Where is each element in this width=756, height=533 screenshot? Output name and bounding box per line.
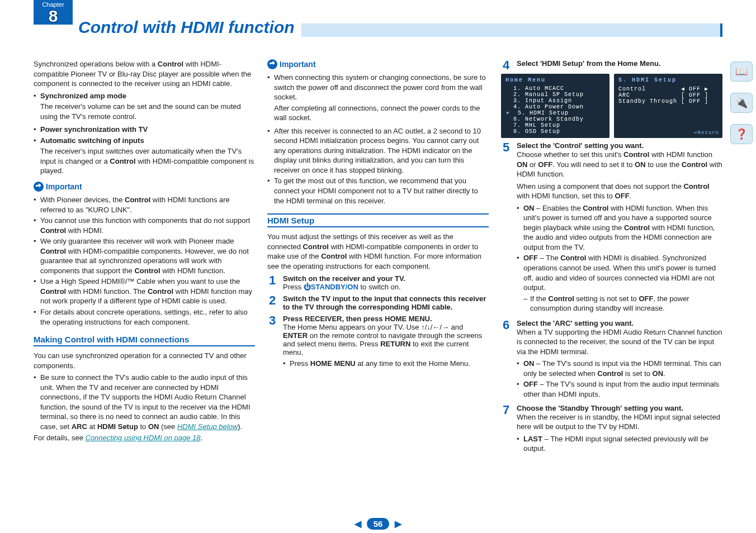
column-1: Synchronized operations below with a Con… <box>34 59 255 456</box>
making-head: Making Control with HDMI connections <box>34 335 255 346</box>
important-flag-2: Important <box>267 59 489 69</box>
hdmi-setup-link[interactable]: HDMI Setup below <box>177 422 238 431</box>
device-icon[interactable]: 🔌 <box>730 93 753 113</box>
imp-1: •With Pioneer devices, the Control with … <box>34 195 255 215</box>
step-3: 3 Press RECEIVER, then press HOME MENU. … <box>267 315 489 370</box>
osd-home-menu: Home Menu 1. Auto MCACC 2. Manual SP Set… <box>501 74 609 138</box>
making-bullet: •Be sure to connect the TV's audio cable… <box>34 373 255 431</box>
c2-imp-1: •When connecting this system or changing… <box>267 73 489 102</box>
bullet-power-sync: •Power synchronization with TV <box>34 125 255 135</box>
help-icon[interactable]: ❓ <box>730 124 753 144</box>
hdmi-intro: You must adjust the settings of this rec… <box>267 232 489 271</box>
chapter-number: 8 <box>34 8 73 25</box>
page-nav: ◀ 56 ▶ <box>0 518 756 530</box>
c2-imp-2: •After this receiver is connected to an … <box>267 126 489 175</box>
bullet-sync-amp-body: The receiver's volume can be set and the… <box>34 102 255 121</box>
step-4: 4Select 'HDMI Setup' from the Home Menu. <box>501 59 722 72</box>
bullet-auto-switch-body: The receiver's input switches over autom… <box>34 146 255 176</box>
important-flag-1: Important <box>34 182 255 192</box>
imp-2: •You cannot use this function with compo… <box>34 216 255 235</box>
title-divider <box>301 23 722 37</box>
book-icon[interactable]: 📖 <box>730 61 753 82</box>
step-6: 6 Select the 'ARC' setting you want. Whe… <box>501 319 722 401</box>
imp-4: •Use a High Speed HDMI®/™ Cable when you… <box>34 277 255 306</box>
c2-imp-3: •To get the most out of this function, w… <box>267 176 489 206</box>
connecting-hdmi-link[interactable]: Connecting using HDMI on page 18 <box>86 434 201 442</box>
step-7: 7 Choose the 'Standby Through' setting y… <box>501 404 722 455</box>
side-toolbar: 📖 🔌 ❓ <box>730 61 753 144</box>
details-line: For details, see Connecting using HDMI o… <box>34 433 255 443</box>
intro: Synchronized operations below with a Con… <box>34 59 255 89</box>
c2-imp-1b: After completing all connections, connec… <box>267 103 489 123</box>
title-bar: Control with HDMI function <box>78 18 722 37</box>
column-3: 4Select 'HDMI Setup' from the Home Menu.… <box>501 59 722 456</box>
next-page-arrow[interactable]: ▶ <box>395 518 401 529</box>
imp-5: •For details about concrete operations, … <box>34 307 255 327</box>
imp-3: •We only guarantee this receiver will wo… <box>34 236 255 275</box>
hdmi-setup-head: HDMI Setup <box>267 216 489 227</box>
bullet-auto-switch: •Automatic switching of inputs <box>34 136 255 146</box>
important-icon <box>267 59 277 69</box>
page-number: 56 <box>367 518 390 530</box>
step-2: 2Switch the TV input to the input that c… <box>267 294 489 311</box>
column-2: Important •When connecting this system o… <box>267 59 489 456</box>
chapter-tab: Chapter 8 <box>34 0 73 25</box>
page-title: Control with HDMI function <box>78 18 295 37</box>
step-1: 1Switch on the receiver and your TV.Pres… <box>267 274 489 291</box>
osd-hdmi-setup: 5. HDMI Setup Control ◀ OFF ▶ARC [ OFF ]… <box>614 74 722 138</box>
prev-page-arrow[interactable]: ◀ <box>355 518 361 529</box>
making-intro: You can use synchronized operation for a… <box>34 351 255 370</box>
important-icon <box>34 182 44 192</box>
step-5: 5 Select the 'Control' setting you want.… <box>501 141 722 316</box>
bullet-sync-amp: •Synchronized amp mode <box>34 91 255 101</box>
